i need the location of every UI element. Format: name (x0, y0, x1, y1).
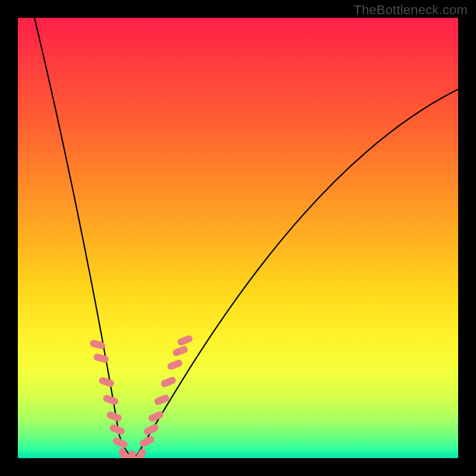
plot-area (18, 18, 458, 458)
marker-dot (106, 411, 123, 422)
marker-dot (139, 435, 156, 449)
marker-dot (177, 334, 194, 347)
marker-dot (129, 450, 136, 458)
marker-dot (172, 345, 189, 358)
marker-dot (160, 376, 177, 389)
chart-frame: TheBottleneck.com (0, 0, 476, 476)
watermark-text: TheBottleneck.com (353, 2, 468, 18)
marker-dot (167, 359, 184, 371)
chart-svg (18, 18, 458, 458)
marker-dot (102, 394, 120, 406)
marker-dot (143, 423, 160, 436)
marker-dot (89, 339, 106, 350)
dip-curve (35, 18, 458, 456)
marker-dot (148, 410, 165, 423)
marker-dot (93, 353, 109, 364)
marker-dot (98, 376, 115, 387)
